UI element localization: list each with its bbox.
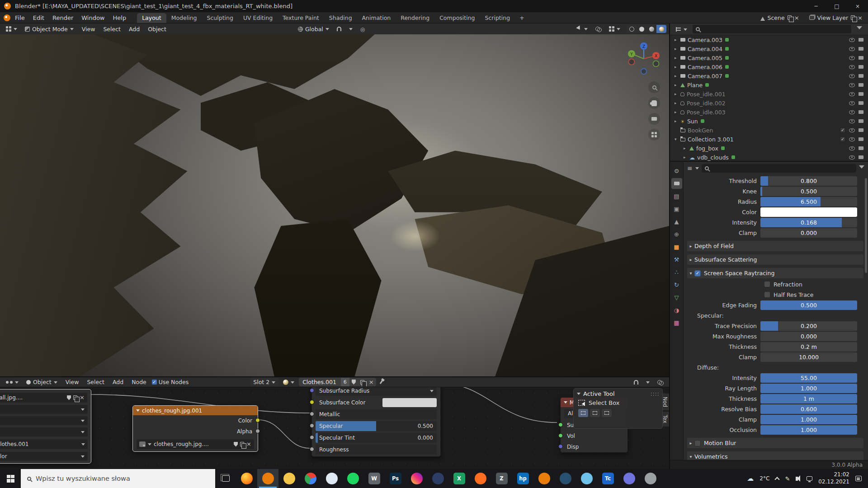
outliner-row[interactable]: BookGen: [670, 126, 868, 135]
taskbar-search-input[interactable]: Wpisz tu wyszukiwane słowa: [21, 469, 215, 488]
editor-type-button[interactable]: [673, 25, 690, 33]
toggle-ortho-button[interactable]: [648, 129, 660, 141]
property-slider[interactable]: 0.800: [760, 176, 857, 186]
workspace-tab[interactable]: Layout: [137, 13, 166, 23]
show-overlays-toggle[interactable]: [606, 25, 623, 33]
remove-view-layer-icon[interactable]: [858, 14, 863, 21]
word-w[interactable]: W: [363, 469, 385, 488]
expand-arrow-icon[interactable]: [684, 146, 689, 150]
outliner-row[interactable]: Camera.005: [670, 53, 868, 62]
copy-icon[interactable]: [240, 442, 244, 446]
hide-eye-icon[interactable]: [849, 101, 855, 105]
object-name[interactable]: Sun: [687, 118, 698, 125]
property-slider[interactable]: 10.000: [760, 352, 857, 362]
principled-bsdf-node[interactable]: Subsurface Radius Subsurface Color: [311, 387, 441, 457]
input-socket[interactable]: [310, 435, 314, 440]
file-explorer[interactable]: [278, 469, 300, 488]
hide-eye-icon[interactable]: [849, 119, 855, 123]
roughness-texture-node[interactable]: clothes_rough.jpg.001 Color Alpha: [132, 405, 258, 452]
outliner-row[interactable]: Pose_idle.002: [670, 99, 868, 108]
expand-arrow-icon[interactable]: [675, 119, 680, 123]
expand-arrow-icon[interactable]: [675, 137, 680, 141]
object-name[interactable]: vdb_clouds: [697, 154, 729, 161]
disable-render-icon[interactable]: [859, 137, 863, 141]
new-view-layer-icon[interactable]: [851, 15, 855, 20]
zbrush[interactable]: Z: [491, 469, 512, 488]
expand-arrow-icon[interactable]: [675, 47, 680, 51]
disable-render-icon[interactable]: [859, 83, 863, 87]
photos[interactable]: [576, 469, 597, 488]
collapse-icon[interactable]: [577, 393, 580, 397]
hide-eye-icon[interactable]: [849, 137, 855, 141]
property-slider[interactable]: 0.500: [760, 187, 857, 196]
outliner-row[interactable]: Pose_idle.001: [670, 89, 868, 99]
viewport-menu-item[interactable]: Object: [144, 25, 170, 33]
colorspace-dropdown[interactable]: Non-Color: [0, 452, 88, 461]
disable-render-icon[interactable]: [859, 128, 863, 132]
object-name[interactable]: BookGen: [688, 127, 713, 134]
object-name[interactable]: Camera.007: [688, 73, 722, 80]
tab-object[interactable]: ■: [671, 241, 682, 252]
firefox-2[interactable]: [470, 469, 491, 488]
disable-render-icon[interactable]: [859, 38, 863, 42]
pen-icon[interactable]: [785, 475, 790, 482]
object-name[interactable]: Collection 3.001: [688, 136, 734, 143]
close-button[interactable]: ×: [847, 0, 868, 12]
input-socket[interactable]: [310, 388, 314, 393]
pan-button[interactable]: [648, 97, 660, 109]
outliner-row[interactable]: Camera.003: [670, 35, 868, 44]
add-workspace-button[interactable]: +: [516, 14, 528, 21]
snapping-magnet-toggle[interactable]: [334, 26, 344, 32]
select-mode-subtract-button[interactable]: [602, 409, 612, 417]
clock[interactable]: 21:02 02.12.2021: [818, 471, 849, 485]
property-slider[interactable]: 0.2 m: [760, 342, 857, 352]
drag-grip-icon[interactable]: [650, 392, 659, 396]
tab-particles[interactable]: ∴: [671, 267, 682, 277]
disable-render-icon[interactable]: [859, 119, 863, 123]
property-slider[interactable]: 0.000: [760, 228, 857, 238]
expand-arrow-icon[interactable]: [675, 92, 680, 96]
color-swatch[interactable]: [760, 207, 857, 217]
viewport-3d[interactable]: Object Mode ViewSelectAddObject Global: [0, 23, 670, 376]
object-name[interactable]: Pose_idle.003: [687, 109, 726, 116]
unlink-material-button[interactable]: [367, 378, 376, 386]
outliner-row[interactable]: Camera.004: [670, 44, 868, 53]
expand-arrow-icon[interactable]: [684, 155, 689, 160]
node-header[interactable]: clothes_rough.jpg.001: [133, 406, 258, 415]
input-socket[interactable]: [558, 444, 563, 449]
disc-burner[interactable]: [640, 469, 661, 488]
tab-texture[interactable]: ▦: [671, 317, 682, 328]
workspace-tab[interactable]: Sculpting: [202, 13, 238, 23]
disable-render-icon[interactable]: [859, 92, 863, 96]
property-slider[interactable]: 6.500: [760, 197, 857, 206]
blender-menu-icon[interactable]: [4, 14, 10, 21]
image-datablock-field[interactable]: Clothes.001: [0, 439, 88, 449]
viewport-menu-item[interactable]: Add: [125, 25, 143, 33]
menu-item[interactable]: Window: [78, 14, 108, 22]
hide-eye-icon[interactable]: [849, 146, 855, 150]
image-name-row[interactable]: es_metall.jpg....: [0, 393, 87, 403]
hide-eye-icon[interactable]: [849, 128, 855, 132]
view-layer-selector[interactable]: View Layer: [817, 14, 849, 21]
hide-eye-icon[interactable]: [849, 92, 855, 96]
menu-item[interactable]: File: [11, 14, 28, 22]
input-socket[interactable]: [310, 447, 314, 451]
object-name[interactable]: Camera.005: [688, 55, 722, 61]
active-tool-panel[interactable]: Active Tool Select Box: [573, 388, 663, 429]
property-slider[interactable]: 0.600: [760, 404, 857, 414]
new-scene-icon[interactable]: [788, 15, 792, 20]
use-nodes-checkbox[interactable]: [151, 379, 157, 385]
disable-render-icon[interactable]: [859, 101, 863, 105]
snapping-dropdown[interactable]: [643, 378, 653, 386]
tab-material[interactable]: ◑: [671, 305, 682, 315]
node-canvas[interactable]: es_metall.jpg.... ge Clothes.001: [0, 387, 669, 469]
snapping-magnet-toggle[interactable]: [631, 379, 642, 385]
disable-render-icon[interactable]: [859, 65, 863, 69]
disable-render-icon[interactable]: [859, 56, 863, 60]
node-menu-item[interactable]: Node: [128, 378, 150, 386]
tab-view-layer[interactable]: ▣: [671, 203, 682, 214]
unlink-icon[interactable]: [80, 394, 85, 401]
collection-checkbox[interactable]: [840, 127, 845, 133]
weather-temperature[interactable]: 2°C: [760, 475, 769, 482]
extension-dropdown[interactable]: [0, 427, 88, 436]
